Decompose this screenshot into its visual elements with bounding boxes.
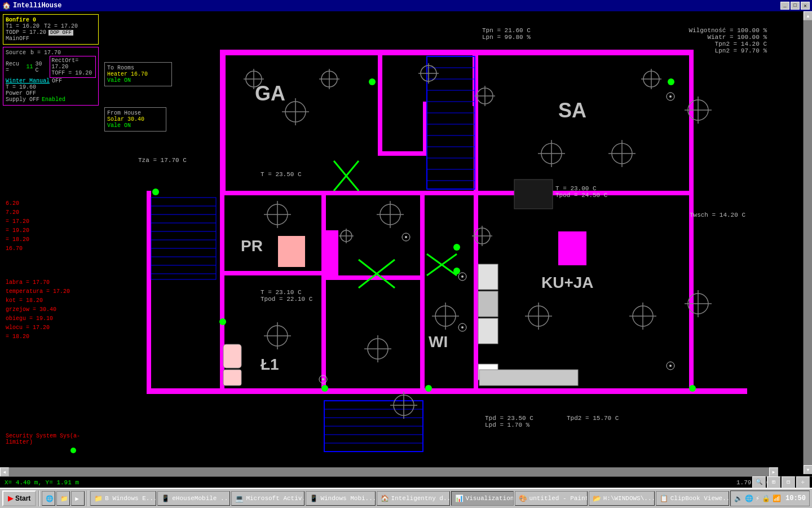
recu-control: Source b = 17.70 Recu = 11 30 C RectOrt=… [3, 47, 99, 106]
tray-icon-1: 🔊 [734, 494, 743, 503]
taskbar-icon-3: 📱 [310, 494, 318, 503]
tpd-readings: Tpd = 23.50 C Lpd = 1.70 % [485, 415, 533, 428]
tza-text: Tza = 17.70 C [138, 157, 187, 164]
taskbar-icon-0: 📁 [94, 494, 103, 503]
svg-rect-10 [220, 191, 694, 195]
fit-icon[interactable]: ⊞ [767, 476, 780, 488]
svg-rect-20 [378, 151, 427, 156]
minimize-button[interactable]: _ [780, 2, 789, 10]
taskbar-folder-icon[interactable]: 📁 [56, 491, 70, 506]
system-tray: 🔊 🌐 ⚡ 🔒 📶 10:50 [730, 491, 810, 506]
taskbar-icon-4: 🏠 [381, 494, 389, 503]
close-button[interactable]: ✕ [801, 2, 810, 10]
svg-rect-17 [474, 388, 694, 393]
svg-point-138 [405, 236, 407, 238]
start-button[interactable]: ▶ Start [2, 491, 36, 506]
taskbar-item-2[interactable]: 💻 Microsoft Activ... [231, 491, 304, 506]
svg-rect-24 [558, 231, 586, 265]
svg-point-140 [461, 275, 464, 278]
titlebar-controls: _ □ ✕ [780, 2, 810, 10]
svg-rect-131 [478, 291, 498, 317]
svg-rect-5 [147, 191, 151, 394]
tray-icon-5: 📶 [773, 494, 781, 503]
heater-control: To Rooms Heater 16.70 Vale ON [104, 62, 172, 86]
svg-rect-44 [151, 198, 216, 279]
svg-rect-134 [479, 370, 578, 386]
svg-rect-1 [147, 388, 485, 394]
bonfire-t1t2: T1 = 16.20 T2 = 17.20 [6, 23, 96, 29]
svg-point-115 [152, 189, 159, 195]
lpd-text: Lpd = 1.70 % [485, 422, 533, 428]
titlebar: 🏠 IntelliHouse _ □ ✕ [0, 0, 812, 11]
svg-point-144 [669, 365, 672, 367]
t-2300-text: T = 23.00 C [555, 185, 607, 192]
svg-rect-14 [420, 191, 425, 394]
svg-point-120 [689, 385, 696, 392]
scrollbar-right: ▲ ▼ [803, 11, 812, 474]
taskbar-item-3[interactable]: 📱 Windows Mobi... [306, 491, 375, 506]
tpod-2450-text: Tpod = 24.50 C [555, 192, 607, 199]
main-off-label: MainOFF [6, 36, 96, 42]
taskbar-item-8[interactable]: 📋 ClipBook Viewe... [656, 491, 729, 506]
recu-winter: Winter Manual OFF [6, 78, 96, 84]
wilgotnosc-text: Wilgotność = 100.00 % [689, 27, 767, 34]
svg-rect-15 [474, 191, 478, 394]
recu-subbox: RectOrt= 17.20 TOFF = 19.20 [50, 56, 96, 78]
tpn2-text: Tpn2 = 14.20 C [689, 41, 767, 47]
tray-icon-4: 🔒 [762, 494, 770, 503]
svg-rect-23 [321, 230, 338, 280]
top-right-readings: Wilgotność = 100.00 % Wiatr = 100.00 % T… [689, 27, 767, 54]
left-panel: Bonfire 0 T1 = 16.20 T2 = 17.20 TODP = 1… [3, 14, 99, 108]
taskbar-item-5[interactable]: 📊 Visualization [451, 491, 514, 506]
tpd-text: Tpd = 23.50 C [485, 415, 533, 422]
bonfire-todp: TODP = 17.20 DOP OFF [6, 29, 96, 36]
taskbar-item-0[interactable]: 📁 B Windows E... [90, 491, 156, 506]
twsch-text: Twsch = 14.20 C [690, 212, 745, 218]
coordinates-display: X= 4.40 m, Y= 1.91 m [5, 479, 79, 486]
winter-manual-link[interactable]: Winter Manual [6, 78, 50, 84]
scroll-left-button[interactable]: ◄ [0, 467, 9, 476]
left-readings: 6.20 7.20 = 17.20 = 19.20 = 18.20 16.70 [6, 199, 29, 253]
taskbar-icon-5: 📊 [455, 494, 464, 503]
clock: 10:50 [785, 494, 806, 502]
security-label: Security System Sys(a-limiter) [6, 433, 99, 445]
svg-rect-7 [378, 50, 382, 151]
svg-point-114 [369, 78, 376, 85]
taskbar-item-7[interactable]: 📂 H:\WINDOWS\... [589, 491, 655, 506]
taskbar-item-6[interactable]: 🎨 untitled - Paint [515, 491, 588, 506]
svg-rect-13 [220, 271, 326, 275]
sa-readings: T = 23.00 C Tpod = 24.50 C [555, 185, 607, 199]
taskbar-item-4[interactable]: 🏠 Inteligentny d... [377, 491, 450, 506]
tpd2-text: Tpd2 = 15.70 C [567, 415, 619, 422]
room-label-ku-ja: KU+JA [541, 274, 594, 292]
scroll-right-button[interactable]: ► [769, 467, 778, 476]
lpn2-text: Lpn2 = 97.70 % [689, 47, 767, 54]
statusbar-icons: 🔍 ⊞ ⊟ ✛ [752, 476, 812, 488]
pan-icon[interactable]: ✛ [796, 476, 810, 488]
tray-icon-2: 🌐 [745, 494, 753, 503]
grid-icon[interactable]: ⊟ [782, 476, 795, 488]
svg-point-142 [669, 95, 672, 98]
taskbar-item-1[interactable]: 📱 eHouseMobile ... [157, 491, 230, 506]
statusbar: X= 4.40 m, Y= 1.91 m 1.79 : 100 [0, 476, 812, 488]
taskbar-separator [38, 491, 39, 506]
scroll-down-button[interactable]: ▼ [804, 465, 812, 474]
taskbar-media-icon[interactable]: ▶ [71, 491, 85, 506]
recu-supply: Supply OFF Enabled [6, 97, 96, 103]
svg-point-122 [321, 385, 328, 392]
scroll-up-button[interactable]: ▲ [804, 11, 812, 20]
wiatr-text: Wiatr = 100.00 % [689, 34, 767, 41]
main-canvas: GA SA PR WI KU+JA Ł1 Wilgotność = 100.00… [0, 11, 778, 463]
svg-point-148 [461, 326, 464, 329]
t-2350-text: T = 23.50 C [261, 171, 302, 178]
zoom-icon[interactable]: 🔍 [752, 476, 766, 488]
taskbar-icon-6: 🎨 [519, 494, 527, 503]
dop-off-btn[interactable]: DOP OFF [48, 30, 73, 36]
tpn-lpn-readings: Tpn = 21.60 C Lpn = 99.80 % [482, 27, 531, 41]
tray-icon-3: ⚡ [756, 494, 760, 503]
svg-rect-129 [514, 179, 553, 209]
taskbar-ie-icon[interactable]: 🌐 [42, 491, 55, 506]
room-label-sa: SA [558, 99, 586, 122]
maximize-button[interactable]: □ [791, 2, 800, 10]
svg-point-146 [322, 378, 324, 380]
